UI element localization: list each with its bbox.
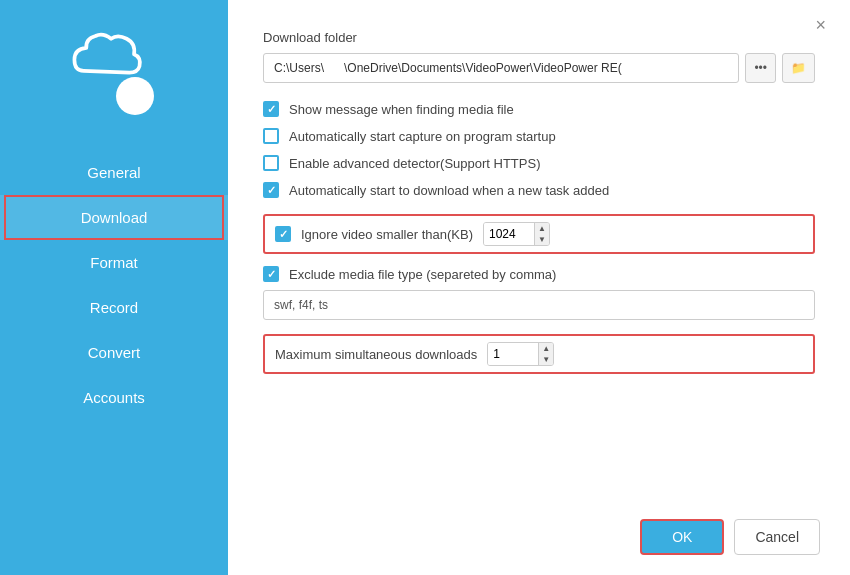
ignore-video-label: Ignore video smaller than(KB) [301, 227, 473, 242]
logo-circle [116, 77, 154, 115]
sidebar-item-convert[interactable]: Convert [0, 330, 228, 375]
ignore-video-input[interactable] [484, 223, 534, 245]
sidebar-item-general[interactable]: General [0, 150, 228, 195]
app-logo [64, 20, 164, 120]
folder-row: ••• 📁 [263, 53, 815, 83]
sidebar-item-format[interactable]: Format [0, 240, 228, 285]
checkbox-auto-download[interactable]: ✓ [263, 182, 279, 198]
checkbox-show-message[interactable]: ✓ [263, 101, 279, 117]
option-auto-download: ✓ Automatically start to download when a… [263, 182, 815, 198]
checkbox-ignore-video[interactable]: ✓ [275, 226, 291, 242]
cloud-icon [69, 25, 144, 80]
folder-path-input[interactable] [263, 53, 739, 83]
close-button[interactable]: × [807, 12, 834, 38]
exclude-label: Exclude media file type (separeted by co… [289, 267, 556, 282]
options-list: ✓ Show message when finding media file A… [263, 101, 815, 198]
checkbox-enable-https[interactable] [263, 155, 279, 171]
option-show-message-label: Show message when finding media file [289, 102, 514, 117]
folder-icon: 📁 [791, 61, 806, 75]
ignore-video-input-wrapper: ▲ ▼ [483, 222, 550, 246]
footer-buttons: OK Cancel [640, 519, 820, 555]
exclude-row: ✓ Exclude media file type (separeted by … [263, 266, 815, 282]
option-auto-capture-label: Automatically start capture on program s… [289, 129, 556, 144]
folder-browse-button[interactable]: 📁 [782, 53, 815, 83]
sidebar-item-accounts[interactable]: Accounts [0, 375, 228, 420]
folder-more-button[interactable]: ••• [745, 53, 776, 83]
max-downloads-input-wrapper: ▲ ▼ [487, 342, 554, 366]
sidebar: General Download Format Record Convert A… [0, 0, 228, 575]
max-downloads-spin-down[interactable]: ▼ [539, 354, 553, 365]
ok-button[interactable]: OK [640, 519, 724, 555]
checkbox-exclude[interactable]: ✓ [263, 266, 279, 282]
option-enable-https: Enable advanced detector(Support HTTPS) [263, 155, 815, 171]
ignore-video-row: ✓ Ignore video smaller than(KB) ▲ ▼ [263, 214, 815, 254]
cancel-button[interactable]: Cancel [734, 519, 820, 555]
exclude-input[interactable] [263, 290, 815, 320]
max-downloads-spinner: ▲ ▼ [538, 343, 553, 365]
max-downloads-label: Maximum simultaneous downloads [275, 347, 477, 362]
option-show-message: ✓ Show message when finding media file [263, 101, 815, 117]
folder-label: Download folder [263, 30, 815, 45]
ignore-video-spinner: ▲ ▼ [534, 223, 549, 245]
ignore-video-spin-up[interactable]: ▲ [535, 223, 549, 234]
max-downloads-input[interactable] [488, 343, 538, 365]
sidebar-nav: General Download Format Record Convert A… [0, 150, 228, 420]
main-content: × Download folder ••• 📁 ✓ Show message w… [228, 0, 850, 575]
option-auto-capture: Automatically start capture on program s… [263, 128, 815, 144]
option-auto-download-label: Automatically start to download when a n… [289, 183, 609, 198]
max-downloads-spin-up[interactable]: ▲ [539, 343, 553, 354]
max-downloads-row: Maximum simultaneous downloads ▲ ▼ [263, 334, 815, 374]
sidebar-item-download[interactable]: Download [0, 195, 228, 240]
ignore-video-spin-down[interactable]: ▼ [535, 234, 549, 245]
dialog-window: General Download Format Record Convert A… [0, 0, 850, 575]
checkbox-auto-capture[interactable] [263, 128, 279, 144]
sidebar-item-record[interactable]: Record [0, 285, 228, 330]
option-enable-https-label: Enable advanced detector(Support HTTPS) [289, 156, 540, 171]
